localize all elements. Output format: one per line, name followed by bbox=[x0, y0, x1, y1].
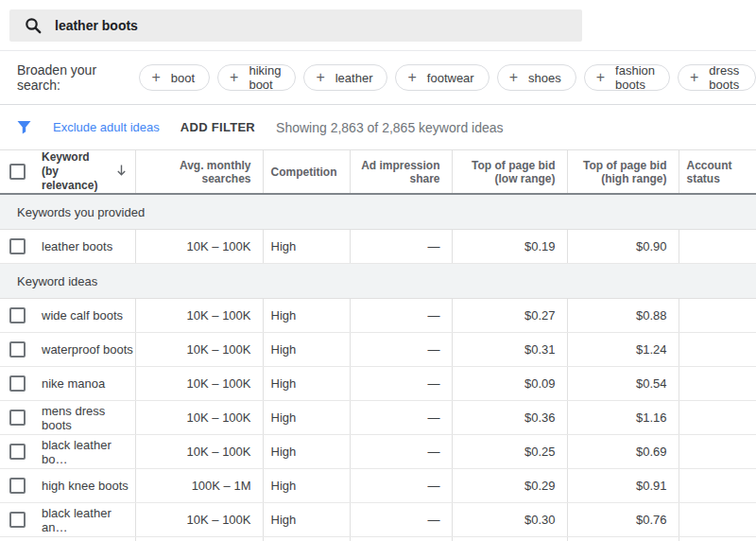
account-cell bbox=[679, 503, 756, 537]
empty-cell bbox=[135, 537, 263, 541]
keyword-column-label: Keyword (by relevance) bbox=[42, 150, 109, 193]
table-row bbox=[0, 537, 756, 541]
sort-descending-icon[interactable] bbox=[115, 164, 128, 180]
chip-label: fashion boots bbox=[615, 63, 655, 92]
section-header-row: Keyword ideas bbox=[0, 264, 756, 299]
table-row: wide calf boots10K – 100KHigh—$0.27$0.88 bbox=[0, 299, 756, 333]
bid-high-cell: $1.24 bbox=[567, 333, 679, 367]
broaden-chip[interactable]: +fashion boots bbox=[584, 64, 670, 91]
competition-cell: High bbox=[263, 230, 350, 264]
chip-label: footwear bbox=[427, 71, 474, 85]
checkbox-cell bbox=[0, 299, 34, 333]
plus-icon: + bbox=[509, 70, 518, 85]
empty-cell bbox=[350, 537, 452, 541]
bid-low-cell: $0.09 bbox=[452, 367, 567, 401]
searches-cell: 10K – 100K bbox=[135, 230, 263, 264]
broaden-chip[interactable]: +boot bbox=[139, 64, 210, 91]
row-checkbox[interactable] bbox=[9, 410, 26, 426]
empty-cell bbox=[567, 537, 679, 541]
searches-cell: 10K – 100K bbox=[135, 333, 263, 367]
empty-cell bbox=[34, 537, 135, 541]
ad-impression-cell: — bbox=[350, 435, 452, 469]
filter-funnel-icon[interactable] bbox=[17, 120, 31, 134]
ad-impression-cell: — bbox=[350, 469, 452, 503]
bid-low-cell: $0.29 bbox=[452, 469, 567, 503]
broaden-chip[interactable]: +dress boots bbox=[678, 64, 756, 91]
competition-cell: High bbox=[263, 503, 350, 537]
bid-high-cell: $1.16 bbox=[567, 401, 679, 435]
bid-low-cell: $0.30 bbox=[452, 503, 567, 537]
competition-cell: High bbox=[263, 299, 350, 333]
account-cell bbox=[679, 333, 756, 367]
table-header-row: Keyword (by relevance) Avg. monthly sear… bbox=[0, 150, 756, 195]
bid-high-cell: $0.54 bbox=[567, 367, 679, 401]
bid-high-cell: $0.76 bbox=[567, 503, 679, 537]
competition-cell: High bbox=[263, 401, 350, 435]
broaden-chip[interactable]: +hiking boot bbox=[217, 64, 296, 91]
keyword-cell: black leather bo… bbox=[34, 435, 135, 469]
plus-icon: + bbox=[690, 70, 698, 85]
select-all-checkbox[interactable] bbox=[9, 164, 26, 180]
account-cell bbox=[679, 299, 756, 333]
searches-cell: 10K – 100K bbox=[135, 299, 263, 333]
checkbox-cell bbox=[0, 401, 34, 435]
bid-low-cell: $0.19 bbox=[452, 230, 567, 264]
checkbox-cell bbox=[0, 469, 34, 503]
add-filter-button[interactable]: ADD FILTER bbox=[180, 120, 255, 134]
filter-bar: Exclude adult ideas ADD FILTER Showing 2… bbox=[0, 105, 756, 149]
bid-high-cell: $0.88 bbox=[567, 299, 679, 333]
competition-column-header[interactable]: Competition bbox=[263, 150, 350, 195]
bid-high-cell: $0.90 bbox=[567, 230, 679, 264]
row-checkbox[interactable] bbox=[9, 341, 26, 358]
broaden-search-row: Broaden your search: +boot+hiking boot+l… bbox=[0, 51, 756, 104]
broaden-chip[interactable]: +leather bbox=[303, 64, 387, 91]
broaden-chip[interactable]: +shoes bbox=[497, 64, 576, 91]
table-row: high knee boots100K – 1MHigh—$0.29$0.91 bbox=[0, 469, 756, 503]
keyword-table: Keyword (by relevance) Avg. monthly sear… bbox=[0, 149, 756, 541]
keyword-column-header[interactable]: Keyword (by relevance) bbox=[34, 150, 135, 195]
row-checkbox[interactable] bbox=[9, 478, 26, 494]
keyword-cell: waterproof boots bbox=[34, 333, 135, 367]
empty-cell bbox=[452, 537, 567, 541]
table-row: leather boots10K – 100KHigh—$0.19$0.90 bbox=[0, 230, 756, 264]
search-bar[interactable] bbox=[9, 9, 582, 42]
competition-cell: High bbox=[263, 367, 350, 401]
exclude-adult-ideas-link[interactable]: Exclude adult ideas bbox=[53, 120, 160, 134]
bid-low-cell: $0.27 bbox=[452, 299, 567, 333]
searches-cell: 10K – 100K bbox=[135, 503, 263, 537]
keyword-cell: mens dress boots bbox=[34, 401, 135, 435]
broaden-chips: +boot+hiking boot+leather+footwear+shoes… bbox=[139, 64, 756, 91]
plus-icon: + bbox=[151, 70, 160, 85]
bid-low-cell: $0.25 bbox=[452, 435, 567, 469]
searches-cell: 10K – 100K bbox=[135, 435, 263, 469]
bid-high-cell: $0.69 bbox=[567, 435, 679, 469]
row-checkbox[interactable] bbox=[9, 444, 26, 460]
ad-impression-column-header[interactable]: Ad impression share bbox=[350, 150, 452, 195]
row-checkbox[interactable] bbox=[9, 307, 26, 323]
checkbox-cell bbox=[0, 230, 34, 264]
search-input[interactable] bbox=[55, 18, 582, 33]
account-cell bbox=[679, 435, 756, 469]
account-cell bbox=[679, 469, 756, 503]
table-row: mens dress boots10K – 100KHigh—$0.36$1.1… bbox=[0, 401, 756, 435]
row-checkbox[interactable] bbox=[9, 238, 26, 254]
empty-cell bbox=[263, 537, 350, 541]
bid-low-cell: $0.36 bbox=[452, 401, 567, 435]
row-checkbox[interactable] bbox=[9, 512, 26, 528]
searches-cell: 100K – 1M bbox=[135, 469, 263, 503]
ad-impression-cell: — bbox=[350, 401, 452, 435]
keyword-cell: wide calf boots bbox=[34, 299, 135, 333]
broaden-chip[interactable]: +footwear bbox=[395, 64, 489, 91]
ad-impression-cell: — bbox=[350, 367, 452, 401]
searches-cell: 10K – 100K bbox=[135, 367, 263, 401]
bid-low-column-header[interactable]: Top of page bid (low range) bbox=[452, 150, 567, 195]
empty-cell bbox=[679, 537, 756, 541]
searches-column-header[interactable]: Avg. monthly searches bbox=[135, 150, 263, 195]
ad-impression-cell: — bbox=[350, 503, 452, 537]
checkbox-cell bbox=[0, 333, 34, 367]
bid-low-cell: $0.31 bbox=[452, 333, 567, 367]
keyword-cell: nike manoa bbox=[34, 367, 135, 401]
account-status-column-header[interactable]: Account status bbox=[679, 150, 756, 195]
bid-high-column-header[interactable]: Top of page bid (high range) bbox=[567, 150, 679, 195]
row-checkbox[interactable] bbox=[9, 375, 26, 392]
